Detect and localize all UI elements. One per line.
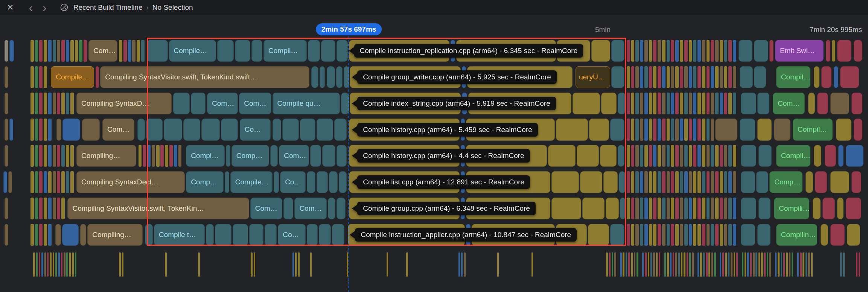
build-task-stripe[interactable] xyxy=(720,145,723,167)
build-task-block[interactable] xyxy=(3,171,7,193)
build-task-stripe[interactable] xyxy=(671,40,674,62)
build-task-stripe[interactable] xyxy=(128,40,131,62)
forward-button[interactable]: › xyxy=(43,1,47,14)
build-task-stripe[interactable] xyxy=(66,40,69,62)
build-task-stripe[interactable] xyxy=(671,66,674,88)
build-task-stripe[interactable] xyxy=(680,40,683,62)
build-task-block[interactable] xyxy=(814,66,819,88)
minimap-bar[interactable] xyxy=(642,252,644,277)
build-task-stripe[interactable] xyxy=(707,224,710,246)
build-task-stripe[interactable] xyxy=(667,198,670,219)
build-task-block[interactable] xyxy=(82,119,100,140)
build-task-stripe[interactable] xyxy=(693,198,696,219)
build-task-stripe[interactable] xyxy=(640,119,643,140)
build-task-stripe[interactable] xyxy=(715,93,719,114)
build-task-block[interactable] xyxy=(821,224,828,246)
minimap-bar[interactable] xyxy=(66,252,68,277)
build-task-stripe[interactable] xyxy=(697,224,701,246)
build-task-stripe[interactable] xyxy=(707,145,710,167)
minimap-bar[interactable] xyxy=(767,252,768,277)
build-task-stripe[interactable] xyxy=(671,145,674,167)
build-task-stripe[interactable] xyxy=(653,224,656,246)
build-task-stripe[interactable] xyxy=(141,40,145,62)
build-task-stripe[interactable] xyxy=(667,171,670,193)
minimap-bar[interactable] xyxy=(648,252,649,277)
build-task-stripe[interactable] xyxy=(697,171,701,193)
minimap-bar[interactable] xyxy=(681,252,682,277)
build-task-block[interactable] xyxy=(740,66,753,88)
build-task-stripe[interactable] xyxy=(662,198,665,219)
build-task-stripe[interactable] xyxy=(707,66,710,88)
build-task-block[interactable] xyxy=(814,145,822,167)
build-task-block[interactable] xyxy=(822,198,834,219)
minimap-bar[interactable] xyxy=(678,252,680,277)
build-task-stripe[interactable] xyxy=(123,40,127,62)
build-task-stripe[interactable] xyxy=(680,145,683,167)
minimap-bar[interactable] xyxy=(406,252,408,277)
breadcrumb-timeline-title[interactable]: Recent Build Timeline xyxy=(73,3,143,12)
build-task-stripe[interactable] xyxy=(635,66,639,88)
build-task-stripe[interactable] xyxy=(627,66,630,88)
build-task-block[interactable] xyxy=(757,119,772,140)
minimap-bar[interactable] xyxy=(464,252,465,277)
build-task-stripe[interactable] xyxy=(35,119,38,140)
build-task-stripe[interactable] xyxy=(644,93,648,114)
minimap-bar[interactable] xyxy=(778,252,779,277)
minimap-bar[interactable] xyxy=(659,252,660,277)
minimap-bar[interactable] xyxy=(612,252,613,277)
build-task-stripe[interactable] xyxy=(689,66,692,88)
build-task-block[interactable] xyxy=(825,145,836,167)
minimap-bar[interactable] xyxy=(800,252,801,277)
build-task-stripe[interactable] xyxy=(631,40,635,62)
build-task-block[interactable] xyxy=(817,93,828,114)
build-task-stripe[interactable] xyxy=(644,119,648,140)
minimap-bar[interactable] xyxy=(792,252,793,277)
build-task-block[interactable] xyxy=(741,171,755,193)
build-task-block[interactable] xyxy=(55,224,61,246)
build-task-stripe[interactable] xyxy=(653,198,656,219)
build-task-stripe[interactable] xyxy=(693,93,696,114)
build-task-stripe[interactable] xyxy=(35,171,38,193)
build-task-stripe[interactable] xyxy=(57,198,60,219)
build-task-stripe[interactable] xyxy=(635,93,639,114)
build-task-stripe[interactable] xyxy=(44,66,47,88)
minimap-bar[interactable] xyxy=(637,252,638,277)
minimap-bar[interactable] xyxy=(33,252,35,277)
build-task-stripe[interactable] xyxy=(684,224,688,246)
build-task-stripe[interactable] xyxy=(715,40,719,62)
minimap-bar[interactable] xyxy=(39,252,40,277)
build-task-stripe[interactable] xyxy=(680,93,683,114)
minimap-bar[interactable] xyxy=(631,252,633,277)
build-task-stripe[interactable] xyxy=(653,145,656,167)
build-task-stripe[interactable] xyxy=(684,66,688,88)
minimap-bar[interactable] xyxy=(531,252,533,277)
minimap-bar[interactable] xyxy=(783,252,785,277)
minimap-bar[interactable] xyxy=(731,252,732,277)
build-task-stripe[interactable] xyxy=(728,171,732,193)
minimap-bar[interactable] xyxy=(667,252,669,277)
minimap-bar[interactable] xyxy=(458,252,460,277)
minimap-bar[interactable] xyxy=(697,252,699,277)
build-task-block[interactable] xyxy=(715,119,737,140)
minimap-bar[interactable] xyxy=(769,252,771,277)
minimap-bar[interactable] xyxy=(41,252,43,277)
build-task-stripe[interactable] xyxy=(715,145,719,167)
build-task-block[interactable] xyxy=(5,119,8,140)
build-task-stripe[interactable] xyxy=(715,66,719,88)
build-task-block[interactable]: Compil… xyxy=(776,145,810,167)
minimap-bar[interactable] xyxy=(497,252,499,277)
minimap-bar[interactable] xyxy=(650,252,652,277)
build-task-stripe[interactable] xyxy=(649,40,652,62)
build-task-stripe[interactable] xyxy=(671,171,674,193)
minimap-bar[interactable] xyxy=(775,252,777,277)
build-task-block[interactable]: Compiling… xyxy=(87,224,143,246)
build-task-block[interactable] xyxy=(740,119,755,140)
build-task-stripe[interactable] xyxy=(733,198,736,219)
build-task-stripe[interactable] xyxy=(30,93,34,114)
build-task-stripe[interactable] xyxy=(644,40,648,62)
build-task-stripe[interactable] xyxy=(693,224,696,246)
minimap-bar[interactable] xyxy=(387,252,388,277)
build-task-stripe[interactable] xyxy=(631,171,635,193)
minimap-bar[interactable] xyxy=(789,252,790,277)
build-task-block[interactable] xyxy=(62,224,79,246)
